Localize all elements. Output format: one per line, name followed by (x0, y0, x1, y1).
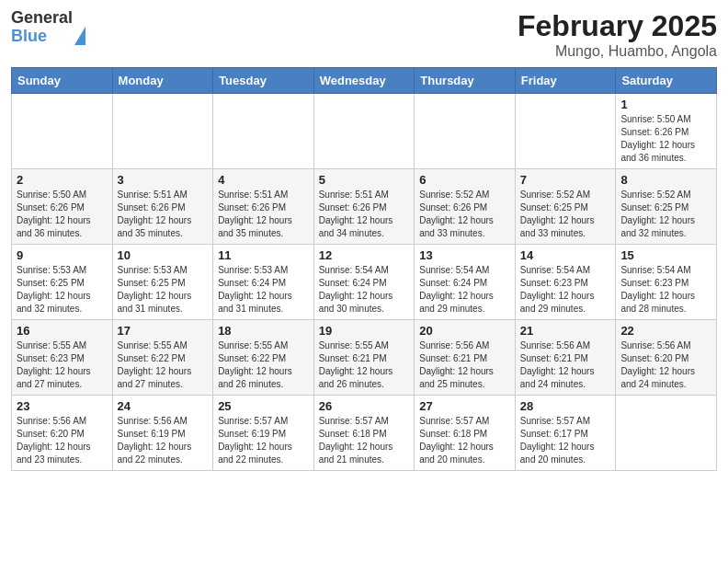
logo-general: General (11, 8, 73, 27)
day-number: 24 (118, 399, 209, 413)
day-info: Sunrise: 5:51 AM Sunset: 6:26 PM Dayligh… (218, 189, 309, 240)
calendar-cell: 3Sunrise: 5:51 AM Sunset: 6:26 PM Daylig… (112, 169, 213, 245)
calendar-cell: 1Sunrise: 5:50 AM Sunset: 6:26 PM Daylig… (616, 94, 717, 169)
day-number: 28 (520, 399, 611, 413)
calendar-cell (12, 94, 113, 169)
calendar-header-row: SundayMondayTuesdayWednesdayThursdayFrid… (12, 68, 717, 94)
day-info: Sunrise: 5:56 AM Sunset: 6:21 PM Dayligh… (419, 339, 510, 391)
day-info: Sunrise: 5:56 AM Sunset: 6:19 PM Dayligh… (118, 415, 209, 466)
day-number: 10 (118, 248, 209, 262)
day-info: Sunrise: 5:55 AM Sunset: 6:21 PM Dayligh… (319, 339, 410, 391)
calendar-cell: 5Sunrise: 5:51 AM Sunset: 6:26 PM Daylig… (313, 169, 415, 245)
day-number: 19 (319, 324, 410, 338)
day-info: Sunrise: 5:54 AM Sunset: 6:23 PM Dayligh… (520, 264, 611, 316)
day-number: 5 (319, 173, 410, 187)
day-info: Sunrise: 5:50 AM Sunset: 6:26 PM Dayligh… (17, 189, 108, 240)
calendar-day-header: Tuesday (213, 68, 314, 94)
calendar-cell: 11Sunrise: 5:53 AM Sunset: 6:24 PM Dayli… (213, 245, 314, 320)
calendar-week-row: 2Sunrise: 5:50 AM Sunset: 6:26 PM Daylig… (12, 169, 717, 245)
day-number: 8 (620, 173, 711, 187)
day-info: Sunrise: 5:56 AM Sunset: 6:21 PM Dayligh… (520, 339, 611, 391)
calendar-week-row: 23Sunrise: 5:56 AM Sunset: 6:20 PM Dayli… (12, 396, 717, 471)
title-block: February 2025 Mungo, Huambo, Angola (518, 9, 717, 60)
day-number: 3 (118, 173, 209, 187)
header: General Blue February 2025 Mungo, Huambo… (11, 9, 717, 60)
day-number: 26 (319, 399, 410, 413)
calendar-table: SundayMondayTuesdayWednesdayThursdayFrid… (11, 67, 717, 471)
page-title: February 2025 (518, 9, 717, 43)
day-number: 11 (218, 248, 309, 262)
page: General Blue February 2025 Mungo, Huambo… (0, 0, 728, 480)
day-info: Sunrise: 5:54 AM Sunset: 6:24 PM Dayligh… (419, 264, 510, 316)
day-info: Sunrise: 5:55 AM Sunset: 6:22 PM Dayligh… (218, 339, 309, 391)
day-number: 27 (419, 399, 510, 413)
calendar-cell: 25Sunrise: 5:57 AM Sunset: 6:19 PM Dayli… (213, 396, 314, 471)
calendar-cell (616, 396, 717, 471)
day-number: 2 (17, 173, 108, 187)
day-info: Sunrise: 5:53 AM Sunset: 6:24 PM Dayligh… (218, 264, 309, 316)
day-number: 15 (620, 248, 711, 262)
calendar-cell: 4Sunrise: 5:51 AM Sunset: 6:26 PM Daylig… (213, 169, 314, 245)
calendar-cell: 10Sunrise: 5:53 AM Sunset: 6:25 PM Dayli… (112, 245, 213, 320)
day-info: Sunrise: 5:56 AM Sunset: 6:20 PM Dayligh… (17, 415, 108, 466)
day-number: 13 (419, 248, 510, 262)
calendar-cell: 24Sunrise: 5:56 AM Sunset: 6:19 PM Dayli… (112, 396, 213, 471)
day-info: Sunrise: 5:55 AM Sunset: 6:22 PM Dayligh… (118, 339, 209, 391)
day-info: Sunrise: 5:52 AM Sunset: 6:25 PM Dayligh… (520, 189, 611, 240)
calendar-day-header: Monday (112, 68, 213, 94)
day-info: Sunrise: 5:51 AM Sunset: 6:26 PM Dayligh… (118, 189, 209, 240)
calendar-cell: 15Sunrise: 5:54 AM Sunset: 6:23 PM Dayli… (616, 245, 717, 320)
calendar-cell (313, 94, 415, 169)
day-info: Sunrise: 5:50 AM Sunset: 6:26 PM Dayligh… (620, 113, 711, 165)
day-number: 18 (218, 324, 309, 338)
day-number: 23 (17, 399, 108, 413)
calendar-cell (415, 94, 516, 169)
calendar-week-row: 16Sunrise: 5:55 AM Sunset: 6:23 PM Dayli… (12, 320, 717, 396)
day-number: 25 (218, 399, 309, 413)
page-subtitle: Mungo, Huambo, Angola (518, 43, 717, 60)
calendar-cell: 16Sunrise: 5:55 AM Sunset: 6:23 PM Dayli… (12, 320, 113, 396)
calendar-week-row: 9Sunrise: 5:53 AM Sunset: 6:25 PM Daylig… (12, 245, 717, 320)
calendar-day-header: Wednesday (313, 68, 415, 94)
day-number: 20 (419, 324, 510, 338)
day-info: Sunrise: 5:54 AM Sunset: 6:24 PM Dayligh… (319, 264, 410, 316)
logo-text: General (11, 9, 85, 28)
day-info: Sunrise: 5:57 AM Sunset: 6:19 PM Dayligh… (218, 415, 309, 466)
calendar-cell: 7Sunrise: 5:52 AM Sunset: 6:25 PM Daylig… (515, 169, 616, 245)
logo-triangle (74, 8, 85, 45)
calendar-cell: 27Sunrise: 5:57 AM Sunset: 6:18 PM Dayli… (415, 396, 516, 471)
day-number: 17 (118, 324, 209, 338)
calendar-cell (213, 94, 314, 169)
day-info: Sunrise: 5:51 AM Sunset: 6:26 PM Dayligh… (319, 189, 410, 240)
day-info: Sunrise: 5:53 AM Sunset: 6:25 PM Dayligh… (118, 264, 209, 316)
calendar-cell: 8Sunrise: 5:52 AM Sunset: 6:25 PM Daylig… (616, 169, 717, 245)
day-number: 16 (17, 324, 108, 338)
day-number: 9 (17, 248, 108, 262)
day-number: 1 (620, 98, 711, 111)
day-info: Sunrise: 5:53 AM Sunset: 6:25 PM Dayligh… (17, 264, 108, 316)
calendar-cell: 19Sunrise: 5:55 AM Sunset: 6:21 PM Dayli… (313, 320, 415, 396)
calendar-cell: 20Sunrise: 5:56 AM Sunset: 6:21 PM Dayli… (415, 320, 516, 396)
day-number: 6 (419, 173, 510, 187)
day-info: Sunrise: 5:54 AM Sunset: 6:23 PM Dayligh… (620, 264, 711, 316)
calendar-day-header: Sunday (12, 68, 113, 94)
calendar-cell: 18Sunrise: 5:55 AM Sunset: 6:22 PM Dayli… (213, 320, 314, 396)
day-number: 12 (319, 248, 410, 262)
logo: General Blue (11, 9, 85, 46)
day-info: Sunrise: 5:52 AM Sunset: 6:25 PM Dayligh… (620, 189, 711, 240)
day-info: Sunrise: 5:57 AM Sunset: 6:17 PM Dayligh… (520, 415, 611, 466)
day-info: Sunrise: 5:52 AM Sunset: 6:26 PM Dayligh… (419, 189, 510, 240)
calendar-cell: 13Sunrise: 5:54 AM Sunset: 6:24 PM Dayli… (415, 245, 516, 320)
calendar-cell: 12Sunrise: 5:54 AM Sunset: 6:24 PM Dayli… (313, 245, 415, 320)
calendar-cell (515, 94, 616, 169)
logo-blue: Blue (11, 27, 47, 45)
calendar-cell: 17Sunrise: 5:55 AM Sunset: 6:22 PM Dayli… (112, 320, 213, 396)
day-info: Sunrise: 5:55 AM Sunset: 6:23 PM Dayligh… (17, 339, 108, 391)
calendar-cell: 21Sunrise: 5:56 AM Sunset: 6:21 PM Dayli… (515, 320, 616, 396)
calendar-cell: 23Sunrise: 5:56 AM Sunset: 6:20 PM Dayli… (12, 396, 113, 471)
day-number: 21 (520, 324, 611, 338)
calendar-cell: 14Sunrise: 5:54 AM Sunset: 6:23 PM Dayli… (515, 245, 616, 320)
day-number: 14 (520, 248, 611, 262)
calendar-cell: 26Sunrise: 5:57 AM Sunset: 6:18 PM Dayli… (313, 396, 415, 471)
calendar-cell: 22Sunrise: 5:56 AM Sunset: 6:20 PM Dayli… (616, 320, 717, 396)
